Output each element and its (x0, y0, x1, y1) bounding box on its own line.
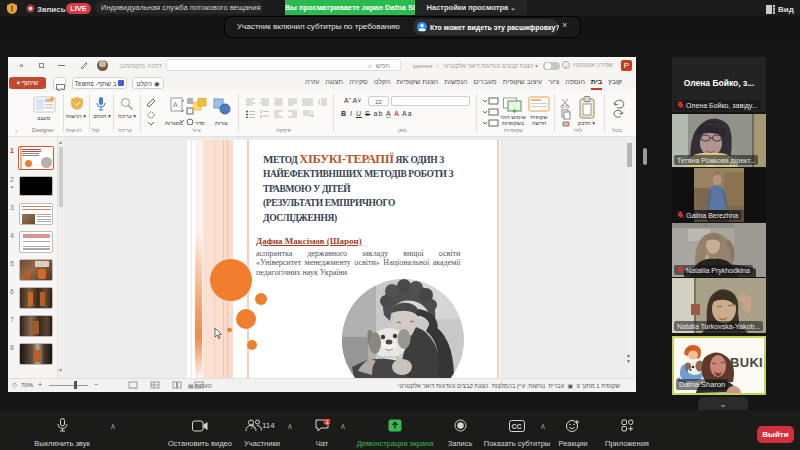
svg-text:BUKI: BUKI (730, 355, 763, 370)
svg-text:1: 1 (325, 419, 328, 425)
svg-text:2: 2 (260, 115, 262, 118)
svg-text:A: A (173, 101, 178, 108)
svg-text:114: 114 (262, 421, 275, 430)
svg-text:CC: CC (512, 423, 522, 430)
svg-text:1: 1 (260, 110, 262, 114)
